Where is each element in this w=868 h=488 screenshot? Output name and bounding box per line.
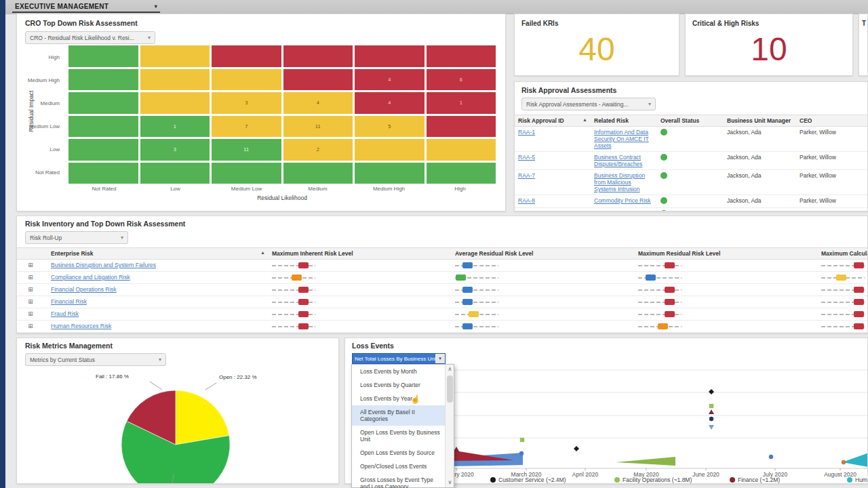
heatmap-cell: 1 — [140, 116, 210, 138]
table-row: ⊞Compliance and Litigation Risk — [17, 272, 868, 284]
gauge-marker — [462, 262, 473, 268]
related-risk-link[interactable]: Business Contract Disputes/Breaches — [594, 154, 642, 167]
related-risk-link[interactable]: Business Disruption from Malicious Syste… — [594, 172, 645, 192]
legend-item: Customer Service (~2.4M) — [490, 476, 566, 483]
legend-item: Human Resources (~0.9M) — [847, 476, 868, 483]
heatmap-cell — [283, 163, 353, 184]
risk-level-gauge — [638, 274, 682, 281]
scroll-down-icon[interactable]: ∨ — [446, 478, 454, 487]
dropdown-option[interactable]: Loss Events by Year — [352, 392, 445, 405]
risk-approval-id-link[interactable]: RAA-5 — [518, 154, 535, 161]
column-header[interactable]: CEO — [796, 115, 868, 127]
enterprise-risk-link[interactable]: Financial Risk — [51, 298, 87, 305]
risk-level-gauge — [821, 262, 865, 269]
gauge-marker — [298, 311, 309, 317]
gauge-marker — [854, 311, 864, 317]
expand-icon[interactable]: ⊞ — [28, 323, 33, 329]
heatmap-cell — [68, 45, 138, 67]
data-point-diamond — [709, 389, 714, 394]
column-header[interactable]: Average Residual Risk Level — [452, 248, 635, 260]
expand-icon[interactable]: ⊞ — [28, 274, 33, 281]
related-risk-link[interactable]: Commodity Price Risk — [594, 197, 651, 204]
heatmap-col-label: Not Rated — [68, 186, 140, 192]
column-header[interactable]: Maximum Calculated — [818, 248, 868, 260]
heatmap-cell: 11 — [212, 139, 281, 161]
enterprise-risk-link[interactable]: Fraud Risk — [51, 310, 79, 317]
dropdown-option[interactable]: Loss Events by Month — [352, 365, 445, 378]
column-header[interactable]: Maximum Inherent Risk Level — [269, 248, 452, 260]
raa-view-dropdown[interactable]: Risk Approval Assessments - Awaiting... … — [521, 98, 656, 110]
kpi-value: 40 — [515, 30, 679, 68]
heatmap-row-label: Medium High — [17, 68, 64, 92]
dropdown-option[interactable]: All Events By Basel II Categories — [352, 405, 445, 426]
gauge-marker — [854, 262, 864, 268]
column-header[interactable]: Related Risk — [591, 115, 657, 127]
risk-level-gauge — [455, 262, 498, 269]
risk-approval-id-link[interactable]: RAA-8 — [518, 197, 535, 204]
dropdown-option[interactable]: Open/Closed Loss Events — [352, 460, 445, 473]
expand-icon[interactable]: ⊞ — [28, 298, 33, 305]
related-risk-link[interactable]: Concentration Risk — [594, 210, 643, 211]
column-header[interactable]: Overall Status — [657, 115, 724, 127]
column-header[interactable]: Maximum Residual Risk Level — [635, 248, 818, 260]
risk-level-gauge — [272, 323, 315, 330]
heatmap-col-labels: Not RatedLowMedium LowMediumMedium HighH… — [68, 186, 496, 192]
cro-view-dropdown[interactable]: CRO - Residual Risk Likelihood v. Resi..… — [25, 31, 155, 44]
heatmap-cell — [68, 139, 138, 161]
risk-level-gauge — [821, 323, 865, 330]
gauge-marker — [462, 323, 473, 329]
kpi-failed-kris: Failed KRIs 40 — [514, 14, 679, 76]
dropdown-option[interactable]: Gross Losses by Event Type and Loss Cate… — [352, 473, 445, 488]
gauge-marker — [456, 274, 466, 281]
dropdown-option[interactable]: Open Loss Events by Source — [352, 446, 445, 460]
scroll-thumb[interactable] — [447, 375, 453, 403]
table-row: ⊞Financial Risk — [17, 296, 868, 308]
risk-approval-id-link[interactable]: RAA-9 — [518, 210, 535, 211]
popup-scrollbar[interactable]: ∧ ∨ — [445, 365, 454, 487]
column-header[interactable]: Risk Approval ID▲ — [515, 115, 591, 127]
expand-icon[interactable]: ⊞ — [28, 310, 33, 317]
risk-inventory-table: Enterprise Risk▲Maximum Inherent Risk Le… — [17, 247, 868, 333]
expand-icon[interactable]: ⊞ — [28, 262, 33, 268]
risk-level-gauge — [455, 298, 498, 306]
heatmap-col-label: Low — [140, 186, 211, 192]
related-risk-link[interactable]: Information And Data Security On AMCE IT… — [594, 129, 649, 149]
risk-approval-table: Risk Approval ID▲Related RiskOverall Sta… — [515, 115, 868, 211]
column-header[interactable]: Business Unit Manager — [724, 115, 796, 127]
heatmap-row-label: High — [17, 45, 64, 68]
gauge-marker — [462, 287, 473, 293]
risk-approval-id-link[interactable]: RAA-1 — [518, 129, 535, 136]
status-dot — [660, 154, 667, 161]
risk-level-gauge — [272, 274, 315, 281]
enterprise-risk-link[interactable]: Business Disruption and System Failures — [51, 262, 156, 268]
gauge-marker — [836, 274, 846, 281]
risk-approval-id-link[interactable]: RAA-7 — [518, 172, 535, 179]
expand-icon[interactable]: ⊞ — [28, 286, 33, 293]
cro-top-down-panel: CRO Top Down Risk Assessment CRO - Resid… — [16, 14, 506, 211]
table-row: ⊞Business Disruption and System Failures — [17, 260, 868, 272]
kpi-title: Critical & High Risks — [692, 20, 759, 27]
dropdown-option[interactable]: Loss Events by Quarter — [352, 378, 445, 392]
risk-level-gauge — [638, 323, 682, 330]
scope-selector[interactable]: EXECUTIVE MANAGEMENT ▾ — [12, 1, 160, 13]
enterprise-risk-link[interactable]: Human Resources Risk — [51, 323, 111, 329]
heatmap-row-label: Medium — [17, 92, 64, 115]
heatmap-col-label: Medium High — [353, 186, 425, 192]
heatmap-cell: 5 — [355, 116, 425, 138]
heatmap-cell — [68, 92, 138, 114]
business-unit-manager: Jackson, Ada — [727, 129, 762, 136]
loss-view-select[interactable]: Net Total Losses By Business Unit By M ▾ — [352, 353, 446, 364]
enterprise-risk-link[interactable]: Financial Operations Risk — [51, 286, 117, 293]
heatmap-row-label: Not Rated — [17, 161, 64, 184]
gauge-marker — [298, 323, 309, 329]
inventory-view-dropdown[interactable]: Risk Roll-Up ▾ — [25, 231, 128, 244]
dropdown-option[interactable]: Open Loss Events by Business Unit — [352, 426, 445, 446]
column-header[interactable]: Enterprise Risk▲ — [44, 248, 269, 260]
panel-title: Risk Inventory and Top Down Risk Assessm… — [25, 220, 185, 228]
area-wedge — [842, 453, 868, 467]
heatmap-cell — [212, 69, 281, 91]
gauge-marker — [298, 287, 309, 293]
scroll-up-icon[interactable]: ∧ — [446, 365, 454, 374]
enterprise-risk-link[interactable]: Compliance and Litigation Risk — [51, 274, 130, 281]
risk-metrics-panel: Risk Metrics Management Metrics by Curre… — [16, 338, 339, 484]
